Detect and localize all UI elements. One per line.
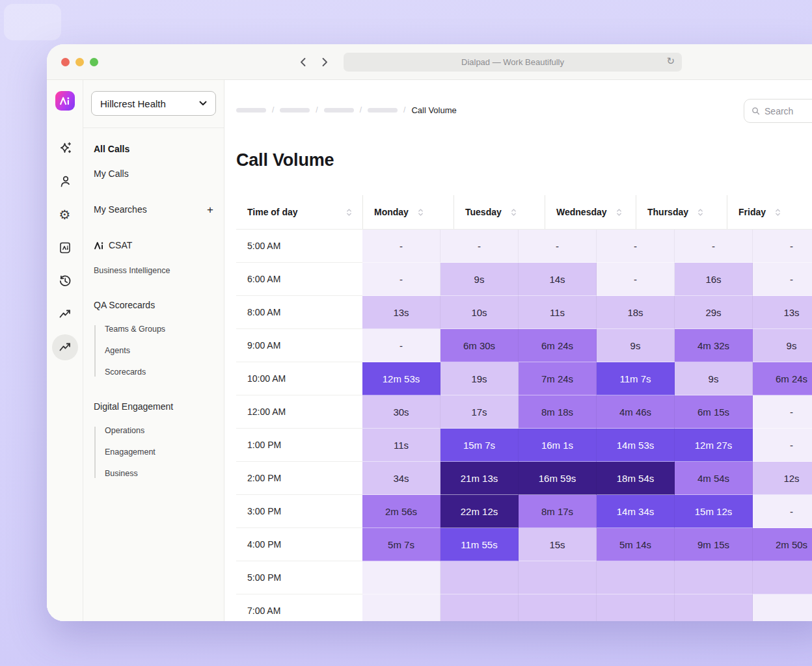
heatmap-cell[interactable]: 5m 14s (597, 528, 675, 561)
heatmap-cell[interactable]: 29s (675, 296, 753, 329)
heatmap-cell[interactable] (753, 561, 812, 594)
history-icon[interactable] (57, 273, 73, 289)
heatmap-cell[interactable]: 9s (440, 263, 519, 296)
heatmap-cell[interactable]: 14s (519, 263, 597, 296)
sidebar-item-operations[interactable]: Operations (105, 427, 213, 435)
forward-icon[interactable] (319, 56, 331, 68)
sidebar-item-agents[interactable]: Agents (105, 347, 213, 355)
heatmap-cell[interactable]: 8m 17s (519, 495, 597, 528)
org-selector-dropdown[interactable]: Hillcrest Health (91, 91, 216, 116)
heatmap-cell[interactable]: 11m 55s (440, 528, 519, 561)
heatmap-cell[interactable] (362, 561, 440, 594)
heatmap-cell[interactable]: - (362, 329, 440, 362)
address-bar[interactable]: Dialpad — Work Beautifully ↻ (344, 53, 682, 72)
breadcrumb-placeholder[interactable] (236, 108, 266, 113)
heatmap-cell[interactable]: - (362, 263, 440, 296)
heatmap-cell[interactable]: 12m 27s (675, 429, 753, 462)
heatmap-cell[interactable] (597, 594, 675, 621)
column-header-friday[interactable]: Friday (727, 195, 812, 229)
heatmap-cell[interactable] (519, 561, 597, 594)
heatmap-cell[interactable]: 11s (519, 296, 597, 329)
sidebar-item-enagagement[interactable]: Enagagement (105, 448, 213, 457)
heatmap-cell[interactable]: 4m 54s (675, 462, 753, 495)
heatmap-cell[interactable]: 8m 18s (519, 395, 597, 429)
column-header-time-of-day[interactable]: Time of day (236, 195, 362, 229)
heatmap-cell[interactable]: - (519, 230, 597, 263)
heatmap-cell[interactable]: 6m 24s (753, 362, 812, 395)
contact-icon[interactable] (57, 174, 73, 189)
heatmap-cell[interactable]: 9s (597, 329, 675, 362)
heatmap-cell[interactable]: - (362, 230, 440, 263)
sidebar-item-business-intelligence[interactable]: Business Intelligence (94, 267, 213, 275)
heatmap-cell[interactable]: 15m 12s (675, 495, 753, 528)
heatmap-cell[interactable]: 4m 32s (675, 329, 753, 362)
heatmap-cell[interactable]: 14m 34s (597, 495, 675, 528)
heatmap-cell[interactable]: 16m 1s (519, 429, 597, 462)
heatmap-cell[interactable]: 9s (675, 362, 753, 395)
heatmap-cell[interactable] (597, 561, 675, 594)
sidebar-item-business[interactable]: Business (105, 470, 213, 478)
sidebar-item-csat[interactable]: CSAT (94, 240, 213, 251)
heatmap-cell[interactable]: 18s (597, 296, 675, 329)
heatmap-cell[interactable] (440, 594, 519, 621)
breadcrumb-placeholder[interactable] (324, 108, 354, 113)
sidebar-item-my-calls[interactable]: My Calls (94, 168, 213, 180)
column-header-monday[interactable]: Monday (362, 195, 453, 229)
heatmap-cell[interactable]: 15m 7s (440, 429, 519, 462)
reload-icon[interactable]: ↻ (666, 55, 675, 67)
heatmap-cell[interactable]: 7m 24s (519, 362, 597, 395)
heatmap-cell[interactable]: - (753, 429, 812, 462)
back-icon[interactable] (297, 56, 308, 68)
heatmap-cell[interactable]: 6m 30s (440, 329, 519, 362)
heatmap-cell[interactable]: 13s (753, 296, 812, 329)
breadcrumb-placeholder[interactable] (368, 108, 398, 113)
heatmap-cell[interactable]: - (753, 263, 812, 296)
heatmap-cell[interactable]: 16s (675, 263, 753, 296)
heatmap-cell[interactable]: 10s (440, 296, 519, 329)
heatmap-cell[interactable]: 4m 46s (597, 395, 675, 429)
column-header-wednesday[interactable]: Wednesday (545, 195, 636, 229)
heatmap-cell[interactable]: 13s (362, 296, 440, 329)
heatmap-cell[interactable] (519, 594, 597, 621)
heatmap-cell[interactable]: 17s (440, 395, 519, 429)
close-window-button[interactable] (61, 58, 70, 66)
sidebar-item-scorecards[interactable]: Scorecards (105, 368, 213, 377)
analytics-trend-icon[interactable] (52, 334, 78, 360)
heatmap-cell[interactable]: 9m 15s (675, 528, 753, 561)
heatmap-cell[interactable]: 15s (519, 528, 597, 561)
heatmap-cell[interactable]: 2m 50s (753, 528, 812, 561)
heatmap-cell[interactable]: 9s (753, 329, 812, 362)
heatmap-cell[interactable]: 6m 24s (519, 329, 597, 362)
heatmap-cell[interactable]: - (753, 395, 812, 429)
sidebar-item-digital-engagement[interactable]: Digital Engagement (94, 401, 213, 412)
heatmap-cell[interactable]: 11m 7s (597, 362, 675, 395)
heatmap-cell[interactable]: - (440, 230, 519, 263)
heatmap-cell[interactable] (675, 594, 753, 621)
heatmap-cell[interactable]: - (675, 230, 753, 263)
breadcrumb-placeholder[interactable] (280, 108, 310, 113)
sidebar-item-qa-scorecards[interactable]: QA Scorecards (94, 300, 213, 311)
column-header-thursday[interactable]: Thursday (636, 195, 727, 229)
heatmap-cell[interactable] (753, 594, 812, 621)
heatmap-cell[interactable]: - (753, 495, 812, 528)
heatmap-cell[interactable]: 12m 53s (362, 362, 440, 395)
heatmap-cell[interactable]: 2m 56s (362, 495, 440, 528)
heatmap-cell[interactable]: - (753, 230, 812, 263)
heatmap-cell[interactable]: 19s (440, 362, 519, 395)
dialpad-ai-logo[interactable] (55, 91, 75, 111)
heatmap-cell[interactable]: 6m 15s (675, 395, 753, 429)
heatmap-cell[interactable]: - (597, 263, 675, 296)
heatmap-cell[interactable] (675, 561, 753, 594)
heatmap-cell[interactable]: 30s (362, 395, 440, 429)
heatmap-cell[interactable] (440, 561, 519, 594)
sidebar-item-all-calls[interactable]: All Calls (94, 144, 213, 155)
heatmap-cell[interactable] (362, 594, 440, 621)
trend-up-icon[interactable] (57, 306, 73, 322)
settings-gear-icon[interactable]: ⚙ (57, 207, 73, 222)
heatmap-cell[interactable]: 21m 13s (440, 462, 519, 495)
column-header-tuesday[interactable]: Tuesday (453, 195, 545, 229)
ai-notes-icon[interactable] (57, 240, 73, 256)
heatmap-cell[interactable]: 18m 54s (597, 462, 675, 495)
heatmap-cell[interactable]: 14m 53s (597, 429, 675, 462)
heatmap-cell[interactable]: - (597, 230, 675, 263)
